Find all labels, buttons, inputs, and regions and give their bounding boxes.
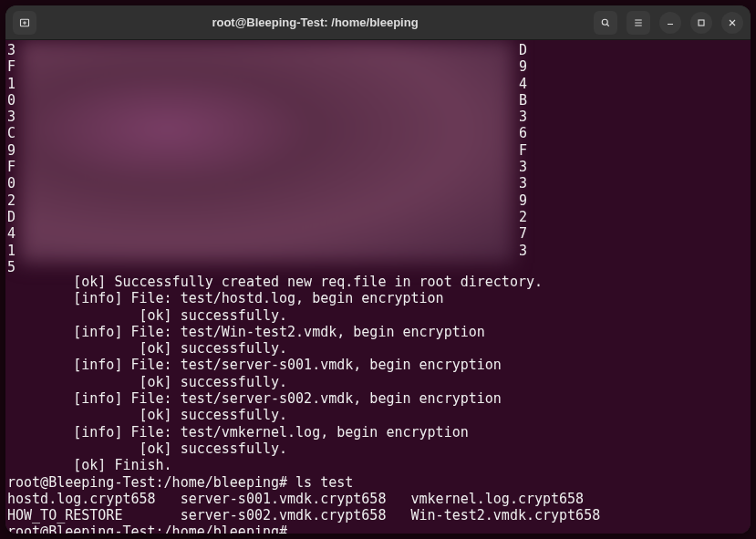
hex-char: 9 xyxy=(519,58,527,75)
hex-char: F xyxy=(7,159,16,175)
hex-char: 9 xyxy=(7,142,16,159)
hex-char: F xyxy=(7,58,16,75)
hex-left-column: 3 F 1 0 3 C 9 F 0 2 D 4 1 5 xyxy=(7,42,16,275)
hex-char: 3 xyxy=(7,109,16,125)
redacted-output: 3 F 1 0 3 C 9 F 0 2 D 4 1 5 D 9 xyxy=(5,40,525,263)
output-line: [ok] successfully. xyxy=(7,407,287,423)
close-button[interactable] xyxy=(721,12,743,34)
output-line: [ok] Successfully created new req.file i… xyxy=(7,274,543,290)
svg-rect-9 xyxy=(699,20,704,26)
output-line: [ok] Finish. xyxy=(7,457,172,473)
output-line: [ok] successfully. xyxy=(7,340,287,357)
hex-char: 1 xyxy=(7,76,16,92)
terminal-output: [ok] Successfully created new req.file i… xyxy=(7,274,749,534)
hex-char: D xyxy=(7,209,16,225)
hex-char: 9 xyxy=(519,192,527,209)
prompt-line: root@Bleeping-Test:/home/bleeping# ls te… xyxy=(7,474,353,491)
output-line: hostd.log.crypt658 server-s001.vmdk.cryp… xyxy=(7,491,584,507)
hex-char: 2 xyxy=(519,209,527,225)
hex-char: F xyxy=(519,142,527,159)
output-line: HOW_TO_RESTORE server-s002.vmdk.crypt658… xyxy=(7,507,600,523)
hex-char: 3 xyxy=(519,159,527,175)
hex-char: 3 xyxy=(519,109,527,125)
hex-char: C xyxy=(7,125,16,141)
output-line: [info] File: test/server-s002.vmdk, begi… xyxy=(7,390,502,407)
svg-line-4 xyxy=(607,24,609,26)
hex-char: 3 xyxy=(519,175,527,192)
hex-char: 2 xyxy=(7,192,16,209)
hex-char: 3 xyxy=(7,42,16,58)
hex-char: 4 xyxy=(519,76,527,92)
output-line: [info] File: test/vmkernel.log, begin en… xyxy=(7,424,469,441)
output-line: [info] File: test/Win-test2.vmdk, begin … xyxy=(7,324,485,340)
output-line: [ok] successfully. xyxy=(7,374,287,390)
window-title: root@Bleeping-Test: /home/bleeping xyxy=(44,16,586,29)
hex-right-column: D 9 4 B 3 6 F 3 3 9 2 7 3 xyxy=(519,42,527,275)
hex-char: 3 xyxy=(519,243,527,259)
svg-point-3 xyxy=(602,19,607,25)
maximize-button[interactable] xyxy=(690,12,712,34)
hex-char: 0 xyxy=(7,175,16,192)
terminal-window: root@Bleeping-Test: /home/bleeping xyxy=(5,5,751,534)
hex-char: 7 xyxy=(519,225,527,242)
output-line: [info] File: test/hostd.log, begin encry… xyxy=(7,290,444,306)
hex-char: 0 xyxy=(7,92,16,109)
hex-char: 6 xyxy=(519,125,527,141)
output-line: [info] File: test/server-s001.vmdk, begi… xyxy=(7,357,502,373)
output-line: [ok] successfully. xyxy=(7,441,287,457)
terminal-body[interactable]: 3 F 1 0 3 C 9 F 0 2 D 4 1 5 D 9 xyxy=(5,40,751,534)
new-tab-button[interactable] xyxy=(13,11,36,35)
hex-char: 4 xyxy=(7,225,16,242)
output-line: [ok] successfully. xyxy=(7,307,287,324)
hex-char: D xyxy=(519,42,527,58)
menu-button[interactable] xyxy=(627,11,650,35)
hex-char: B xyxy=(519,92,527,109)
titlebar: root@Bleeping-Test: /home/bleeping xyxy=(5,5,751,40)
search-button[interactable] xyxy=(594,11,617,35)
minimize-button[interactable] xyxy=(659,12,681,34)
prompt-line: root@Bleeping-Test:/home/bleeping# xyxy=(7,523,287,534)
hex-char: 1 xyxy=(7,243,16,259)
